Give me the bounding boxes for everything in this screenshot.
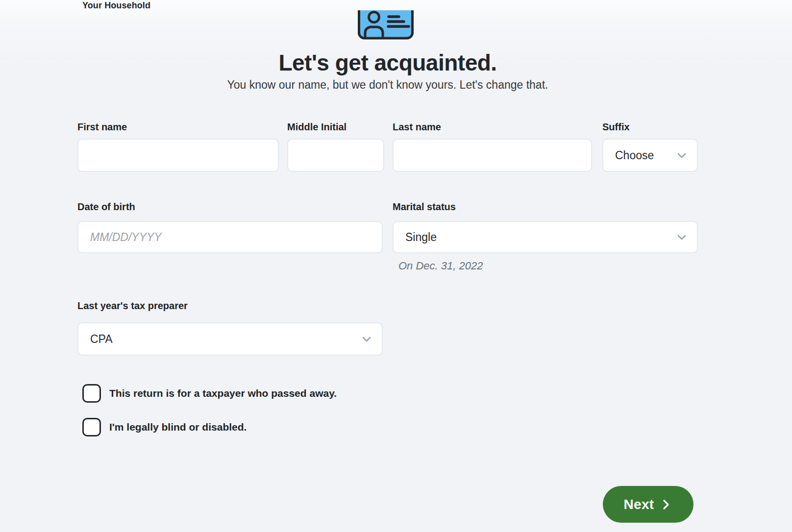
tax-preparer-select[interactable]: CPA: [77, 322, 383, 356]
deceased-checkbox-label: This return is for a taxpayer who passed…: [109, 387, 337, 399]
middle-initial-label: Middle Initial: [287, 121, 346, 133]
date-of-birth-input[interactable]: [77, 221, 383, 253]
suffix-select[interactable]: Choose: [602, 139, 698, 172]
page-title: Let's get acquainted.: [77, 49, 698, 76]
first-name-label: First name: [77, 121, 127, 133]
page-subtitle: You know our name, but we don't know you…: [77, 78, 698, 92]
chevron-right-icon: [660, 498, 672, 511]
last-name-input[interactable]: [393, 139, 592, 172]
suffix-label: Suffix: [602, 121, 630, 133]
marital-status-note: On Dec. 31, 2022: [398, 260, 483, 272]
tax-preparer-select-value: CPA: [90, 333, 113, 346]
next-button[interactable]: Next: [603, 486, 693, 523]
page: Your Household Let's get acquainted. You…: [0, 0, 792, 532]
deceased-checkbox-row: This return is for a taxpayer who passed…: [82, 384, 337, 403]
next-button-label: Next: [624, 497, 654, 512]
blind-disabled-checkbox[interactable]: [82, 418, 101, 436]
last-name-label: Last name: [393, 121, 441, 133]
deceased-checkbox[interactable]: [82, 384, 101, 403]
id-card-icon: [358, 10, 414, 41]
tax-preparer-label: Last year's tax preparer: [77, 300, 188, 312]
first-name-input[interactable]: [77, 139, 279, 172]
section-title: Your Household: [82, 0, 150, 11]
date-of-birth-label: Date of birth: [77, 201, 135, 213]
marital-status-select[interactable]: Single: [393, 221, 698, 253]
suffix-select-value: Choose: [615, 149, 654, 162]
marital-status-label: Marital status: [393, 201, 456, 213]
chevron-down-icon: [675, 149, 688, 162]
blind-disabled-checkbox-label: I'm legally blind or disabled.: [109, 421, 247, 433]
blind-disabled-checkbox-row: I'm legally blind or disabled.: [82, 418, 247, 436]
middle-initial-input[interactable]: [287, 139, 384, 172]
marital-status-select-value: Single: [405, 231, 437, 244]
chevron-down-icon: [360, 333, 373, 345]
chevron-down-icon: [675, 231, 688, 243]
